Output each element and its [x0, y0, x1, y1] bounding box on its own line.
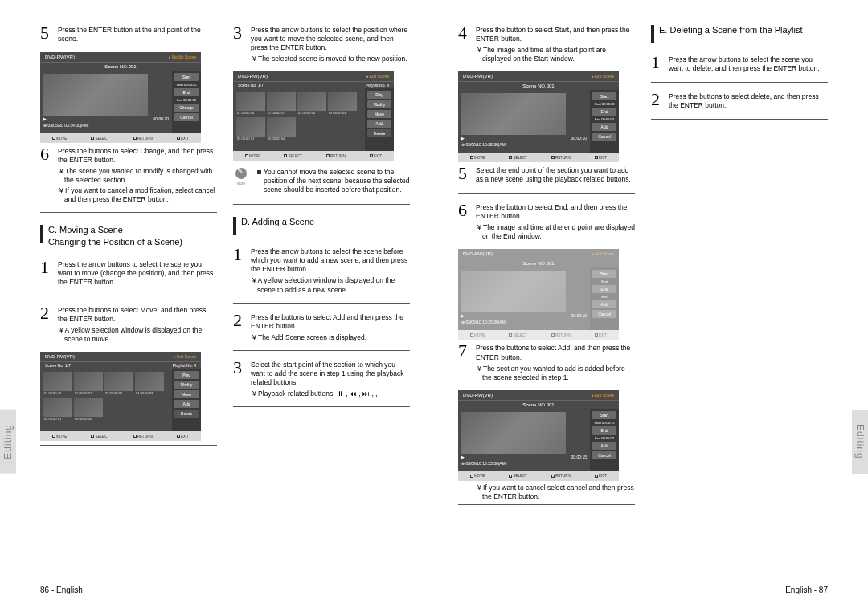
step-text: Press the ENTER button at the end point … — [58, 26, 217, 43]
step-number: 3 — [233, 24, 251, 65]
page-87: Editing 4 Press the button to select Sta… — [434, 0, 868, 612]
step-number: 6 — [458, 202, 476, 243]
step-number: 5 — [458, 165, 476, 186]
bullet: ¥ The image and time at the start point … — [476, 46, 635, 63]
p87-col2: E. Deleting a Scene from the Playlist 1 … — [651, 24, 828, 578]
scene-no: Scene No. 1/7 — [45, 363, 71, 368]
screen-nav: MOVE SELECT RETURN EXIT — [40, 133, 201, 143]
bullet: ¥ The image and time at the end point ar… — [476, 223, 635, 241]
note-icon: Note — [233, 168, 249, 194]
screen-top-left: DVD-RW(VR) — [45, 354, 75, 359]
step-text: Select the start point of the section to… — [251, 361, 410, 387]
timestamp: ⊕ 03/05/20 03:34:00(PM) — [43, 122, 169, 129]
btn-add: Add — [174, 400, 199, 408]
thumb — [104, 372, 133, 391]
btn-delete: Delete — [174, 410, 199, 418]
step-text: Press the arrow buttons to select the sc… — [669, 55, 828, 73]
bullet: ¥ The Add Scene screen is displayed. — [251, 333, 410, 342]
bullet: ¥ A yellow selection window is displayed… — [251, 276, 410, 294]
note-box: Note You cannot move the selected scene … — [233, 168, 410, 194]
thumb — [74, 398, 103, 417]
btn-end: End — [174, 88, 199, 96]
start-time: Start 00:00:25 — [174, 83, 199, 87]
step-text: Select the end point of the section you … — [476, 166, 635, 184]
screen-edit-scene: DVD-RW(VR) ● Edit Scene Scene No. 1/7 Pl… — [40, 352, 201, 440]
step-number: 2 — [40, 304, 58, 345]
screen-add-scene-1: DVD-RW(VR)● Add Scene Scene NO.001 ▶00:0… — [458, 71, 619, 160]
screen-nav: MOVE SELECT RETURN EXIT — [40, 431, 201, 441]
end-time: End 00:00:00 — [174, 98, 199, 102]
thumb — [135, 372, 164, 391]
page-footer-right: English - 87 — [785, 585, 828, 594]
btn-cancel: Cancel — [174, 113, 199, 121]
preview-image — [43, 74, 148, 116]
screen-add-scene-dim: DVD-RW(VR)● Add Scene Scene NO.001 ▶00:0… — [458, 249, 619, 337]
screen-add-scene-3: DVD-RW(VR)● Add Scene Scene NO.001 ▶00:0… — [458, 390, 619, 479]
btn-play: Play — [174, 371, 199, 379]
step-number: 1 — [40, 259, 58, 289]
step-number: 1 — [233, 246, 251, 296]
btn-move: Move — [174, 390, 199, 398]
step-text: Press the buttons to select Add and then… — [251, 313, 410, 331]
step-text: Press the buttons to select Add, and the… — [476, 344, 635, 361]
bullet: ¥ If you want to cancel select cancel an… — [476, 483, 635, 501]
step-number: 5 — [40, 24, 58, 46]
screen-top-left: DVD-RW(VR) — [45, 55, 75, 59]
p86-col2: 3 Press the arrow buttons to select the … — [233, 24, 410, 578]
page-86: Editing 5 Press the ENTER button at the … — [0, 0, 434, 612]
section-d-heading: D. Adding a Scene — [233, 216, 410, 235]
thumb — [43, 398, 72, 417]
step-text: Press the arrow buttons to select the po… — [251, 26, 410, 52]
p86-col1: 5 Press the ENTER button at the end poin… — [40, 24, 217, 578]
thumb — [43, 372, 72, 391]
step-number: 4 — [458, 24, 476, 65]
side-tab-left: Editing — [0, 410, 16, 474]
thumb — [74, 372, 103, 391]
screen-modify-scene: DVD-RW(VR) ● Modify Scene Scene NO.001 ▶… — [40, 52, 201, 141]
bullet: ¥ The scene you wanted to modify is chan… — [58, 167, 217, 185]
note-text: You cannot move the selected scene to th… — [256, 168, 410, 194]
step-text: Press the buttons to select Change, and … — [58, 147, 217, 165]
timecode: ▶00:00:20 — [43, 116, 169, 122]
step-number: 1 — [651, 54, 669, 75]
step-text: Press the button to select End, and then… — [476, 203, 635, 221]
step-number: 3 — [233, 359, 251, 400]
step-number: 2 — [233, 312, 251, 344]
screen-top-right: ● Modify Scene — [168, 55, 196, 59]
section-e-heading: E. Deleting a Scene from the Playlist — [651, 24, 828, 43]
step-number: 6 — [40, 145, 58, 206]
screen-subtitle: Scene NO.001 — [40, 63, 201, 71]
screen-top-right: ● Edit Scene — [173, 354, 196, 359]
bullet: ¥ The selected scene is moved to the new… — [251, 55, 410, 63]
section-c-heading: C. Moving a SceneChanging the Position o… — [40, 224, 217, 247]
btn-modify: Modify — [174, 381, 199, 389]
btn-start: Start — [174, 73, 199, 81]
page-footer-left: 86 - English — [40, 585, 83, 594]
step-number: 2 — [651, 91, 669, 112]
bullet: ¥ If you want to cancel a modification, … — [58, 186, 217, 204]
step-text: Press the buttons to select Move, and th… — [58, 306, 217, 324]
step-text: Press the arrow buttons to select the sc… — [58, 260, 217, 287]
step-text: Press the arrow buttons to select the sc… — [251, 247, 410, 274]
bullet: ¥ The section you wanted to add is added… — [476, 365, 635, 382]
step-text: Press the button to select Start, and th… — [476, 26, 635, 43]
playlist-no: Playlist No. 4 — [173, 363, 196, 368]
page-spread: Editing 5 Press the ENTER button at the … — [0, 0, 868, 612]
step-number: 7 — [458, 342, 476, 383]
btn-change: Change — [174, 104, 199, 112]
step-text: Press the buttons to select delete, and … — [669, 92, 828, 110]
side-tab-right: Editing — [852, 410, 868, 474]
bullet: ¥ A yellow selection window is displayed… — [58, 326, 217, 344]
screen-edit-scene-2: DVD-RW(VR) ● Edit Scene Scene No. 1/7Pla… — [233, 71, 394, 160]
bullet: ¥ Playback related buttons: ⏸ , ⏮ , ⏭ , … — [251, 390, 410, 398]
p87-col1: 4 Press the button to select Start, and … — [458, 24, 635, 578]
